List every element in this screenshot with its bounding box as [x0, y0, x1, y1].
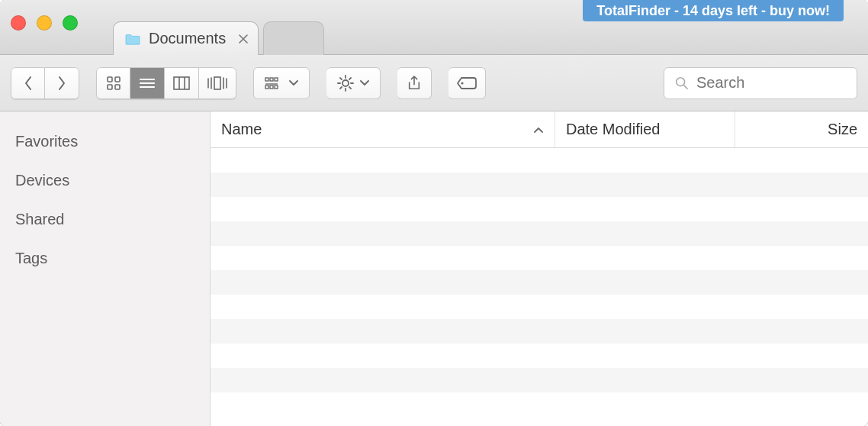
list-row	[211, 148, 868, 173]
window-controls	[11, 15, 78, 31]
search-input[interactable]	[696, 74, 846, 92]
svg-rect-0	[108, 77, 112, 82]
sidebar: Favorites Devices Shared Tags	[0, 111, 211, 426]
action-button[interactable]	[326, 67, 381, 99]
svg-line-28	[349, 87, 351, 89]
svg-line-33	[684, 85, 688, 89]
nav-buttons	[11, 67, 79, 99]
chevron-down-icon	[360, 80, 369, 86]
svg-rect-17	[275, 78, 278, 81]
file-list: Name Date Modified Size	[211, 111, 868, 426]
tab-bar: Documents	[113, 18, 324, 55]
list-row	[211, 246, 868, 270]
svg-rect-12	[214, 77, 220, 89]
list-row	[211, 392, 868, 417]
trial-banner[interactable]: TotalFinder - 14 days left - buy now!	[583, 0, 844, 21]
share-icon	[407, 75, 421, 92]
svg-rect-19	[265, 86, 268, 89]
chevron-down-icon	[289, 80, 298, 86]
svg-rect-21	[275, 86, 278, 89]
list-row	[211, 368, 868, 392]
svg-rect-20	[270, 86, 273, 89]
svg-rect-3	[115, 85, 120, 89]
list-icon	[139, 77, 156, 89]
gear-icon	[337, 75, 354, 92]
tag-icon	[456, 76, 477, 90]
file-rows	[211, 148, 868, 426]
sidebar-heading-favorites[interactable]: Favorites	[0, 122, 210, 161]
maximize-button[interactable]	[63, 15, 78, 31]
tab-documents[interactable]: Documents	[113, 21, 259, 55]
svg-point-32	[677, 77, 685, 86]
chevron-right-icon	[57, 76, 66, 91]
search-field[interactable]	[664, 67, 857, 99]
column-view-button[interactable]	[165, 67, 199, 99]
close-button[interactable]	[11, 15, 26, 31]
svg-rect-7	[174, 77, 189, 89]
column-size[interactable]: Size	[735, 111, 868, 147]
list-row	[211, 197, 868, 221]
svg-rect-16	[270, 78, 273, 81]
share-button[interactable]	[397, 67, 432, 99]
svg-rect-2	[108, 85, 112, 89]
grid-icon	[106, 76, 121, 91]
titlebar: TotalFinder - 14 days left - buy now! Do…	[0, 0, 868, 55]
column-name-label: Name	[221, 121, 262, 138]
icon-view-button[interactable]	[96, 67, 130, 99]
list-row	[211, 221, 868, 246]
list-row	[211, 319, 868, 344]
list-view-button[interactable]	[130, 67, 165, 99]
chevron-left-icon	[24, 76, 33, 91]
forward-button[interactable]	[45, 67, 79, 99]
tab-label: Documents	[149, 30, 226, 47]
sidebar-heading-tags[interactable]: Tags	[0, 239, 210, 278]
svg-line-27	[340, 77, 342, 79]
svg-rect-1	[115, 77, 120, 82]
close-tab-icon[interactable]	[238, 34, 249, 44]
body: Favorites Devices Shared Tags Name Date …	[0, 111, 868, 426]
arrange-button[interactable]	[253, 67, 310, 99]
minimize-button[interactable]	[37, 15, 52, 31]
arrange-icon	[265, 77, 283, 89]
folder-icon	[124, 32, 141, 46]
sort-ascending-icon	[533, 126, 544, 134]
svg-point-31	[461, 82, 463, 84]
column-date-modified[interactable]: Date Modified	[555, 111, 735, 147]
column-size-label: Size	[828, 121, 857, 138]
list-row	[211, 344, 868, 368]
finder-window: TotalFinder - 14 days left - buy now! Do…	[0, 0, 868, 426]
list-row	[211, 173, 868, 197]
coverflow-view-button[interactable]	[199, 67, 236, 99]
sidebar-heading-devices[interactable]: Devices	[0, 161, 210, 200]
list-row	[211, 295, 868, 319]
svg-point-22	[342, 80, 349, 86]
list-row	[211, 270, 868, 295]
search-icon	[675, 76, 689, 90]
toolbar	[0, 55, 868, 111]
column-headers: Name Date Modified Size	[211, 111, 868, 148]
back-button[interactable]	[11, 67, 45, 99]
svg-line-29	[340, 87, 342, 89]
view-mode-buttons	[96, 67, 236, 99]
columns-icon	[173, 76, 190, 90]
new-tab[interactable]	[263, 21, 324, 55]
tags-button[interactable]	[448, 67, 486, 99]
svg-line-30	[349, 77, 351, 79]
column-date-label: Date Modified	[566, 121, 660, 138]
coverflow-icon	[207, 76, 228, 90]
column-name[interactable]: Name	[211, 111, 555, 147]
trial-banner-text: TotalFinder - 14 days left - buy now!	[596, 3, 830, 19]
svg-rect-15	[265, 78, 268, 81]
sidebar-heading-shared[interactable]: Shared	[0, 200, 210, 239]
